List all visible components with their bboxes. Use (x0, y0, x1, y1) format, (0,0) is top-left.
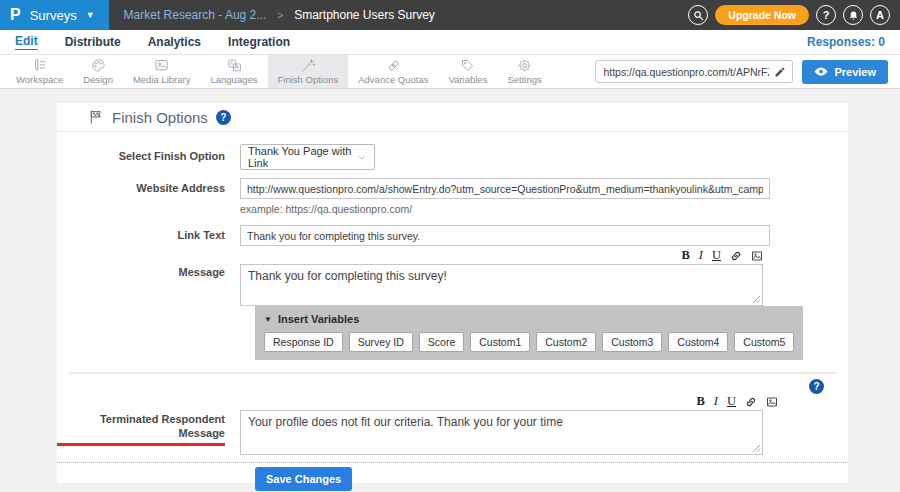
finish-options-wand-icon (299, 58, 316, 73)
italic-button[interactable]: I (714, 395, 718, 408)
var-custom5-button[interactable]: Custom5 (734, 332, 794, 352)
upgrade-now-button[interactable]: Upgrade Now (715, 5, 809, 25)
toolbar-item-label: Settings (507, 74, 541, 85)
insert-image-button[interactable] (751, 250, 763, 262)
product-name: Surveys (30, 8, 77, 23)
breadcrumb-folder[interactable]: Market Research - Aug 2... (124, 8, 267, 22)
tab-edit[interactable]: Edit (15, 34, 38, 50)
bold-button[interactable]: B (696, 395, 704, 408)
help-button[interactable]: ? (816, 5, 836, 25)
toolbar-item-media-library[interactable]: Media Library (123, 55, 201, 88)
italic-button[interactable]: I (699, 249, 703, 262)
terminated-message-textarea[interactable]: Your profile does not fit our criteria. … (240, 410, 763, 455)
media-library-icon (153, 58, 170, 73)
languages-icon: x A (226, 58, 243, 73)
preview-label: Preview (834, 66, 876, 78)
tab-distribute[interactable]: Distribute (65, 35, 121, 49)
survey-url-input[interactable] (596, 66, 772, 78)
surveys-menu[interactable]: P Surveys ▼ (0, 0, 109, 30)
website-hint-row: example: https://qa.questionpro.com/ (57, 203, 848, 215)
terminated-help-icon[interactable]: ? (809, 379, 824, 394)
link-text-label: Link Text (57, 229, 240, 243)
toolbar-item-workspace[interactable]: Workspace (6, 55, 73, 88)
tab-integration[interactable]: Integration (228, 35, 290, 49)
toolbar-item-settings[interactable]: Settings (497, 55, 551, 88)
select-finish-label: Select Finish Option (57, 150, 240, 164)
link-text-input[interactable] (240, 225, 770, 246)
var-custom3-button[interactable]: Custom3 (602, 332, 662, 352)
resize-handle[interactable] (752, 295, 761, 304)
toolbar-item-variables[interactable]: Variables (439, 55, 498, 88)
avatar[interactable]: A (870, 5, 890, 25)
responses-count[interactable]: Responses: 0 (807, 35, 885, 49)
dotted-divider (57, 462, 848, 463)
toolbar-right: Preview (595, 55, 900, 88)
terminated-message-row: Terminated Respondent Message Your profi… (57, 410, 848, 455)
chevron-down-icon (357, 152, 367, 163)
design-palette-icon (90, 58, 107, 73)
edit-url-button[interactable] (772, 66, 792, 78)
insert-variables-buttons: Response ID Survey ID Score Custom1 Cust… (264, 332, 794, 352)
resize-handle[interactable] (752, 444, 761, 453)
toolbar-item-label: Workspace (16, 74, 63, 85)
toolbar-item-label: Advance Quotas (358, 74, 428, 85)
website-address-row: Website Address (57, 178, 848, 199)
breadcrumb: Market Research - Aug 2... > Smartphone … (109, 0, 435, 30)
var-custom1-button[interactable]: Custom1 (470, 332, 530, 352)
underline-button[interactable]: U (712, 249, 721, 262)
questionpro-logo-icon: P (10, 6, 21, 24)
message-textarea[interactable]: Thank you for completing this survey! (240, 264, 763, 306)
underline-button[interactable]: U (727, 395, 736, 408)
search-button[interactable] (688, 5, 708, 25)
preview-button[interactable]: Preview (802, 60, 888, 84)
settings-gear-icon (516, 58, 533, 73)
edit-toolbar: Workspace Design Media Library x A Langu… (0, 55, 900, 89)
terminated-message-label: Terminated Respondent Message (57, 410, 240, 446)
toolbar-item-finish-options[interactable]: Finish Options (268, 55, 349, 88)
finish-option-selected-value: Thank You Page with Link (248, 145, 357, 169)
message-richtext-toolbar: B I U (240, 249, 763, 262)
var-survey-id-button[interactable]: Survey ID (349, 332, 413, 352)
website-address-hint: example: https://qa.questionpro.com/ (240, 203, 412, 215)
link-button[interactable] (730, 250, 742, 262)
message-label: Message (57, 249, 240, 280)
terminated-help-row: ? (57, 379, 848, 394)
toolbar-item-label: Languages (210, 74, 257, 85)
finish-options-help-icon[interactable]: ? (216, 110, 231, 125)
caret-down-icon: ▼ (264, 315, 272, 324)
card-header: Finish Options ? (57, 103, 848, 132)
search-icon (693, 10, 704, 21)
var-response-id-button[interactable]: Response ID (264, 332, 343, 352)
var-custom2-button[interactable]: Custom2 (536, 332, 596, 352)
website-address-label: Website Address (57, 182, 240, 196)
var-custom4-button[interactable]: Custom4 (668, 332, 728, 352)
insert-variables-title: Insert Variables (278, 313, 359, 325)
toolbar-item-label: Design (83, 74, 113, 85)
page-background: Finish Options ? Select Finish Option Th… (0, 89, 900, 483)
eye-icon (814, 66, 828, 77)
website-address-input[interactable] (240, 178, 770, 199)
link-button[interactable] (745, 396, 757, 408)
section-divider (69, 372, 836, 374)
toolbar-item-design[interactable]: Design (73, 55, 123, 88)
survey-url-box (595, 60, 793, 83)
select-finish-row: Select Finish Option Thank You Page with… (57, 144, 848, 170)
breadcrumb-survey-name[interactable]: Smartphone Users Survey (294, 8, 435, 22)
tab-analytics[interactable]: Analytics (148, 35, 201, 49)
notifications-button[interactable] (843, 5, 863, 25)
toolbar-item-languages[interactable]: x A Languages (200, 55, 267, 88)
advance-quotas-chain-icon (385, 58, 402, 73)
terminated-richtext-toolbar: B I U (255, 395, 778, 408)
toolbar-item-label: Media Library (133, 74, 191, 85)
var-score-button[interactable]: Score (419, 332, 464, 352)
save-changes-button[interactable]: Save Changes (255, 467, 352, 491)
breadcrumb-separator-icon: > (277, 10, 283, 21)
toolbar-item-label: Finish Options (278, 74, 339, 85)
finish-option-select[interactable]: Thank You Page with Link (240, 144, 375, 170)
topbar: P Surveys ▼ Market Research - Aug 2... >… (0, 0, 900, 30)
insert-image-button[interactable] (766, 396, 778, 408)
toolbar-item-advance-quotas[interactable]: Advance Quotas (348, 55, 438, 88)
bold-button[interactable]: B (681, 249, 689, 262)
insert-variables-toggle[interactable]: ▼ Insert Variables (264, 313, 794, 325)
link-text-row: Link Text (57, 225, 848, 246)
